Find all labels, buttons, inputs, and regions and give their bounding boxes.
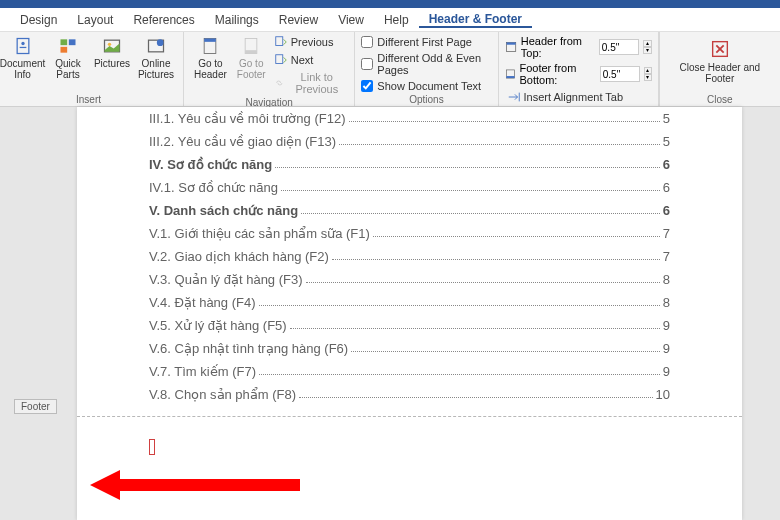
next-button[interactable]: Next: [272, 52, 349, 68]
group-insert-label: Insert: [0, 93, 177, 106]
toc-line: IV.1. Sơ đồ chức năng6: [149, 176, 670, 199]
quick-parts-button[interactable]: Quick Parts: [47, 34, 89, 82]
footer-bottom-label: Footer from Bottom:: [519, 62, 595, 86]
pictures-icon: [102, 36, 122, 56]
previous-button[interactable]: Previous: [272, 34, 349, 50]
pictures-button[interactable]: Pictures: [91, 34, 133, 71]
svg-rect-0: [17, 39, 29, 54]
annotation-arrow: [90, 470, 310, 520]
quick-parts-icon: [58, 36, 78, 56]
svg-rect-5: [61, 47, 68, 53]
svg-point-7: [108, 43, 111, 46]
close-header-footer-button[interactable]: Close Header and Footer: [666, 34, 774, 88]
svg-rect-2: [19, 47, 26, 48]
toc-content: III.1. Yêu cầu về môi trường (F12)5III.2…: [77, 107, 742, 406]
header-top-label: Header from Top:: [521, 35, 595, 59]
group-position: Header from Top: ▴▾ Footer from Bottom: …: [499, 32, 659, 106]
footer-bottom-icon: [505, 67, 516, 81]
toc-line: V.3. Quản lý đặt hàng (F3)8: [149, 268, 670, 291]
goto-header-icon: [200, 36, 220, 56]
svg-rect-11: [205, 39, 217, 42]
svg-rect-14: [275, 37, 282, 46]
title-bar: [0, 0, 780, 8]
show-doc-text-checkbox[interactable]: Show Document Text: [361, 80, 491, 92]
tab-layout[interactable]: Layout: [67, 13, 123, 27]
online-pictures-icon: [146, 36, 166, 56]
document-info-button[interactable]: Document Info: [0, 34, 45, 82]
link-previous-button[interactable]: Link to Previous: [272, 70, 349, 96]
tab-view[interactable]: View: [328, 13, 374, 27]
tab-mailings[interactable]: Mailings: [205, 13, 269, 27]
group-options-label: Options: [361, 93, 491, 106]
next-icon: [274, 53, 288, 67]
tab-header-footer[interactable]: Header & Footer: [419, 12, 532, 28]
svg-rect-3: [61, 39, 68, 45]
footer-bottom-input[interactable]: [600, 66, 640, 82]
toc-line: V.6. Cập nhật tình trạng hàng (F6)9: [149, 337, 670, 360]
footer-spinner[interactable]: ▴▾: [644, 67, 652, 81]
link-icon: [274, 76, 285, 90]
insert-alignment-tab-button[interactable]: Insert Alignment Tab: [505, 89, 652, 105]
online-pictures-button[interactable]: Online Pictures: [135, 34, 177, 82]
toc-line: V.2. Giao dịch khách hàng (F2)7: [149, 245, 670, 268]
svg-rect-19: [506, 76, 514, 78]
diff-odd-even-checkbox[interactable]: Different Odd & Even Pages: [361, 52, 491, 76]
goto-footer-icon: [241, 36, 261, 56]
toc-line: V. Danh sách chức năng6: [149, 199, 670, 222]
toc-line: V.8. Chọn sản phẩm (F8)10: [149, 383, 670, 406]
svg-rect-13: [245, 50, 257, 53]
group-close-label: Close: [666, 93, 774, 106]
toc-line: V.5. Xử lý đặt hàng (F5)9: [149, 314, 670, 337]
svg-point-9: [157, 39, 164, 46]
toc-line: IV. Sơ đồ chức năng6: [149, 153, 670, 176]
footer-cursor[interactable]: [149, 439, 155, 455]
toc-line: V.4. Đặt hàng (F4)8: [149, 291, 670, 314]
tab-help[interactable]: Help: [374, 13, 419, 27]
group-options: Different First Page Different Odd & Eve…: [355, 32, 498, 106]
group-insert: Document Info Quick Parts Pictures Onlin…: [0, 32, 184, 106]
tab-references[interactable]: References: [123, 13, 204, 27]
toc-line: V.7. Tìm kiếm (F7)9: [149, 360, 670, 383]
footer-tag: Footer: [14, 399, 57, 414]
goto-header-button[interactable]: Go to Header: [190, 34, 231, 82]
toc-line: V.1. Giới thiệu các sản phẩm sữa (F1)7: [149, 222, 670, 245]
toc-line: III.2. Yêu cầu về giao diện (F13)5: [149, 130, 670, 153]
goto-footer-button[interactable]: Go to Footer: [233, 34, 270, 82]
close-icon: [709, 38, 731, 60]
group-close: Close Header and Footer Close: [659, 32, 780, 106]
header-spinner[interactable]: ▴▾: [643, 40, 652, 54]
ribbon: Document Info Quick Parts Pictures Onlin…: [0, 32, 780, 107]
svg-rect-15: [275, 55, 282, 64]
svg-point-1: [21, 42, 24, 45]
toc-line: III.1. Yêu cầu về môi trường (F12)5: [149, 107, 670, 130]
alignment-tab-icon: [507, 90, 521, 104]
diff-first-page-checkbox[interactable]: Different First Page: [361, 36, 491, 48]
svg-rect-4: [69, 39, 76, 45]
svg-rect-17: [506, 42, 515, 44]
tab-design[interactable]: Design: [10, 13, 67, 27]
header-top-icon: [505, 40, 517, 54]
group-navigation: Go to Header Go to Footer Previous Next …: [184, 32, 355, 106]
previous-icon: [274, 35, 288, 49]
document-page[interactable]: III.1. Yêu cầu về môi trường (F12)5III.2…: [77, 107, 742, 520]
tab-review[interactable]: Review: [269, 13, 328, 27]
ribbon-tabs: Design Layout References Mailings Review…: [0, 8, 780, 32]
header-top-input[interactable]: [599, 39, 639, 55]
document-info-icon: [13, 36, 33, 56]
footer-boundary: Footer: [77, 416, 742, 417]
